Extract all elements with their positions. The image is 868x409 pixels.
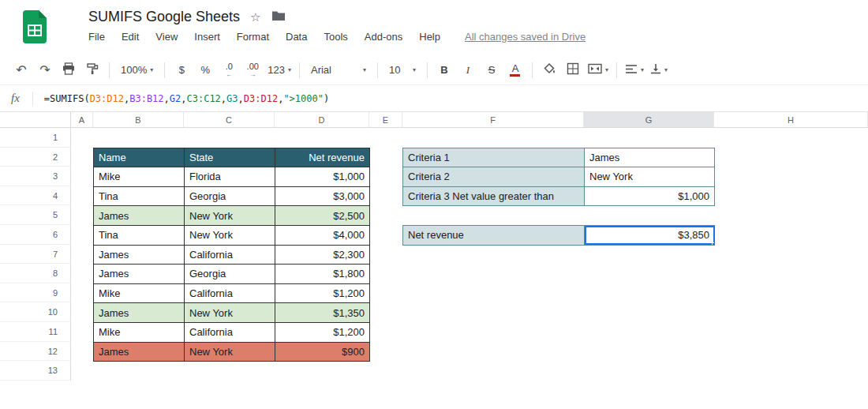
cell-state[interactable]: Georgia [185, 265, 275, 284]
cell-revenue[interactable]: $1,200 [275, 322, 370, 342]
cell-name[interactable]: James [94, 206, 185, 226]
cell-state[interactable]: California [185, 283, 275, 303]
row-header-10[interactable]: 10 [0, 302, 71, 322]
folder-icon[interactable] [271, 10, 286, 24]
column-header-c[interactable]: C [184, 112, 275, 127]
cell-name[interactable]: James [94, 342, 185, 362]
borders-button[interactable] [564, 60, 582, 81]
bold-button[interactable]: B [436, 60, 453, 81]
column-header-b[interactable]: B [93, 112, 184, 127]
cell-revenue[interactable]: $1,800 [275, 265, 370, 284]
percent-format-button[interactable]: % [196, 60, 214, 81]
cell-state[interactable]: New York [185, 225, 275, 245]
header-cell-revenue[interactable]: Net revenue [275, 148, 370, 167]
column-header-g[interactable]: G [584, 112, 714, 127]
cell-revenue[interactable]: $2,300 [275, 245, 370, 265]
row-header-1[interactable]: 1 [0, 128, 71, 148]
text-color-button[interactable]: A [507, 60, 524, 81]
formula-text[interactable]: =SUMIFS(D3:D12,B3:B12,G2,C3:C12,G3,D3:D1… [44, 93, 329, 104]
criteria-value[interactable]: James [585, 148, 715, 167]
cell-state[interactable]: New York [185, 303, 275, 323]
row-header-12[interactable]: 12 [0, 342, 71, 362]
horizontal-align-button[interactable]: ▾ [625, 60, 644, 81]
result-label[interactable]: Net revenue [403, 226, 585, 246]
zoom-select[interactable]: 100% ▾ [118, 60, 156, 81]
selected-cell-g6[interactable]: $3,850 [585, 226, 715, 246]
menu-tools[interactable]: Tools [324, 31, 347, 43]
redo-button[interactable]: ↷ [36, 60, 54, 81]
menu-file[interactable]: File [88, 31, 105, 43]
criteria-label[interactable]: Criteria 3 Net value greater than [403, 186, 585, 206]
row-header-3[interactable]: 3 [0, 167, 71, 186]
cell-state[interactable]: California [185, 245, 275, 265]
cell-state[interactable]: Georgia [185, 186, 275, 206]
cell-state[interactable]: Florida [185, 167, 275, 187]
cell-name[interactable]: Mike [94, 167, 185, 187]
cell-revenue[interactable]: $1,350 [275, 303, 370, 323]
menu-edit[interactable]: Edit [122, 31, 139, 43]
number-format-select[interactable]: 123 ▾ [268, 60, 291, 81]
row-header-7[interactable]: 7 [0, 245, 71, 265]
italic-button[interactable]: I [459, 60, 477, 81]
fill-handle[interactable] [712, 242, 715, 246]
print-button[interactable] [60, 60, 77, 81]
row-header-4[interactable]: 4 [0, 186, 71, 206]
cell-name[interactable]: Tina [94, 186, 185, 206]
cell-revenue[interactable]: $1,200 [275, 283, 370, 303]
paint-format-button[interactable] [84, 60, 101, 81]
row-header-6[interactable]: 6 [0, 225, 71, 245]
cell-revenue[interactable]: $900 [275, 342, 370, 362]
cell-revenue[interactable]: $2,500 [275, 206, 370, 226]
criteria-label[interactable]: Criteria 1 [403, 148, 585, 167]
cell-revenue[interactable]: $3,000 [275, 186, 370, 206]
row-header-5[interactable]: 5 [0, 205, 71, 225]
header-cell-state[interactable]: State [185, 148, 275, 167]
cell-state[interactable]: New York [185, 206, 275, 226]
font-size-select[interactable]: 10 ▾ [386, 60, 419, 81]
select-all-corner[interactable] [0, 112, 71, 128]
column-header-d[interactable]: D [275, 112, 369, 127]
saved-status[interactable]: All changes saved in Drive [465, 31, 586, 43]
menu-view[interactable]: View [155, 31, 178, 43]
merge-cells-button[interactable]: ▾ [588, 60, 608, 81]
header-cell-name[interactable]: Name [94, 148, 185, 167]
column-header-e[interactable]: E [369, 112, 402, 127]
currency-format-button[interactable]: $ [173, 60, 190, 81]
cell-name[interactable]: Mike [94, 283, 185, 303]
row-header-2[interactable]: 2 [0, 148, 71, 167]
cell-name[interactable]: James [94, 265, 185, 284]
criteria-label[interactable]: Criteria 2 [403, 167, 585, 187]
font-select[interactable]: Arial ▾ [308, 60, 369, 81]
column-header-a[interactable]: A [71, 112, 93, 127]
column-header-f[interactable]: F [402, 112, 584, 127]
cell-state[interactable]: New York [185, 342, 275, 362]
document-title[interactable]: SUMIFS Google Sheets [88, 9, 240, 25]
row-header-13[interactable]: 13 [0, 361, 71, 381]
cell-revenue[interactable]: $1,000 [275, 167, 370, 187]
criteria-value[interactable]: $1,000 [585, 186, 715, 206]
row-header-11[interactable]: 11 [0, 322, 71, 342]
cell-name[interactable]: James [94, 303, 185, 323]
cell-name[interactable]: Tina [94, 225, 185, 245]
row-header-8[interactable]: 8 [0, 264, 71, 283]
fill-color-button[interactable] [541, 60, 558, 81]
menu-help[interactable]: Help [419, 31, 440, 43]
row-header-9[interactable]: 9 [0, 283, 71, 303]
menu-format[interactable]: Format [237, 31, 269, 43]
cell-name[interactable]: Mike [94, 322, 185, 342]
strikethrough-button[interactable]: S [483, 60, 500, 81]
cell-name[interactable]: James [94, 245, 185, 265]
increase-decimal-button[interactable]: .00 → [244, 60, 261, 81]
cell-revenue[interactable]: $4,000 [275, 225, 370, 245]
undo-button[interactable]: ↶ [13, 60, 30, 81]
vertical-align-button[interactable]: ▾ [650, 60, 668, 81]
sheets-logo-icon[interactable] [22, 10, 47, 43]
cell-state[interactable]: California [185, 322, 275, 342]
column-header-h[interactable]: H [714, 112, 868, 127]
criteria-value[interactable]: New York [585, 167, 715, 187]
menu-add-ons[interactable]: Add-ons [365, 31, 402, 43]
menu-data[interactable]: Data [286, 31, 307, 43]
decrease-decimal-button[interactable]: .0 ← [220, 60, 238, 81]
menu-insert[interactable]: Insert [194, 31, 220, 43]
star-icon[interactable]: ☆ [250, 10, 260, 24]
